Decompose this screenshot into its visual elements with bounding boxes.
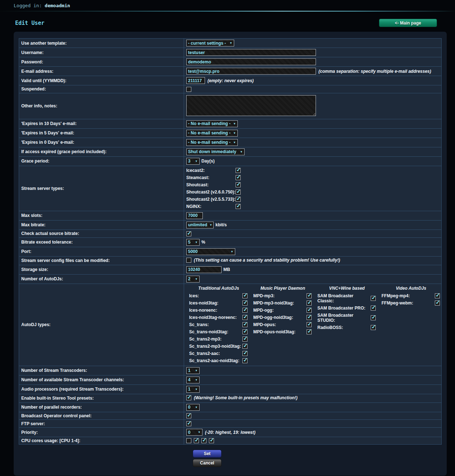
stereo-tool-note: (Warning! Some built-in presets may malf…: [194, 395, 298, 400]
email-input[interactable]: [186, 68, 316, 75]
row-suspended: Suspended:: [19, 85, 442, 93]
row-autodj-types: AutoDJ types: Traditional AutoDJs Ices: …: [19, 284, 442, 366]
priority-note: (-20: highest, 19: lowest): [205, 430, 255, 435]
notes-textarea[interactable]: [186, 95, 316, 116]
ftp-server-checkbox[interactable]: [186, 421, 191, 426]
autodj-ices-noid3tag-noreenc-checkbox[interactable]: [242, 315, 247, 320]
bitrate-tolerance-unit: %: [201, 240, 205, 245]
autodj-sctrans-checkbox[interactable]: [242, 322, 247, 327]
stream-type-shoutcast2-v26-checkbox[interactable]: [236, 190, 241, 195]
autodj-mpd-ogg-noid3tag-checkbox[interactable]: [307, 315, 312, 320]
row-max-bitrate: Max bitrate: unlimited▼kbit/s: [19, 220, 442, 230]
password-input[interactable]: [186, 58, 316, 65]
autodj-sctrans2-mp3-checkbox[interactable]: [242, 337, 247, 342]
stream-type-label: NGINX:: [186, 204, 236, 209]
row-username: Username:: [19, 48, 442, 57]
chevron-down-icon: ▼: [231, 250, 233, 253]
bitrate-tolerance-select[interactable]: 5▼: [186, 239, 200, 246]
username-label: Username:: [19, 48, 184, 57]
autodj-sam-pro-checkbox[interactable]: [371, 306, 376, 311]
chevron-down-icon: ▼: [240, 150, 243, 154]
stream-type-icecast2-checkbox[interactable]: [236, 168, 241, 173]
max-bitrate-select[interactable]: unlimited▼: [186, 222, 214, 228]
row-ftp-server: FTP server:: [19, 420, 442, 428]
cpu-core-4-checkbox[interactable]: [209, 438, 214, 443]
autodj-mpd-opus-noid3tag-checkbox[interactable]: [307, 329, 312, 334]
ftp-server-label: FTP server:: [19, 420, 184, 428]
stream-type-steamcast-checkbox[interactable]: [236, 175, 241, 180]
autodj-sam-studio-checkbox[interactable]: [371, 315, 376, 320]
autodj-group-header: Music Player Daemon: [253, 286, 312, 291]
row-bitrate-tolerance: Bitrate exceed tolerance: 5▼%: [19, 237, 442, 247]
expires-0-label: 'Expires in 0 Days' e-mail:: [19, 138, 184, 147]
row-expires-0: 'Expires in 0 Days' e-mail: - No e-mail …: [19, 138, 442, 147]
transcoder-channels-select[interactable]: 4▼: [186, 377, 200, 383]
autodj-group-vnc-wine: VNC+Wine based SAM Broadcaster Classic: …: [317, 286, 376, 330]
stream-type-shoutcast-checkbox[interactable]: [236, 182, 241, 187]
template-select[interactable]: - current settings -▼: [186, 40, 234, 46]
set-button[interactable]: Set: [193, 450, 222, 458]
stereo-tool-label: Enable built-in Stereo Tool presets:: [19, 394, 184, 402]
storage-size-unit: MB: [223, 267, 230, 272]
autodj-sctrans2-aac-checkbox[interactable]: [242, 351, 247, 356]
autodj-sam-classic-checkbox[interactable]: [371, 296, 376, 301]
chevron-down-icon: ▼: [195, 406, 198, 409]
autodj-label: MPD-opus-noid3tag:: [253, 329, 307, 334]
autodj-label: MPD-ogg:: [253, 308, 307, 313]
row-config-modifiable: Stream server config files can be modifi…: [19, 256, 442, 265]
autodj-mpd-opus-checkbox[interactable]: [307, 322, 312, 327]
main-page-button[interactable]: <- Main page: [379, 19, 437, 27]
autodj-count-select[interactable]: 2▼: [186, 276, 200, 283]
storage-size-input[interactable]: [186, 266, 222, 273]
autodj-sctrans2-mp3-noid3tag-checkbox[interactable]: [242, 344, 247, 349]
cpu-core-1-checkbox[interactable]: [186, 438, 191, 443]
stream-type-shoutcast2-v25-checkbox[interactable]: [236, 197, 241, 202]
expires-0-select[interactable]: - No e-mail sending -▼: [186, 139, 238, 146]
username-input[interactable]: [186, 49, 316, 56]
port-select[interactable]: 5000▼: [186, 248, 235, 255]
stream-type-nginx-checkbox[interactable]: [236, 204, 241, 209]
cancel-button[interactable]: Cancel: [193, 459, 222, 467]
stereo-tool-checkbox[interactable]: [186, 395, 191, 400]
autodj-sctrans2-aac-noid3tag-checkbox[interactable]: [242, 358, 247, 363]
autodj-mpd-ogg-checkbox[interactable]: [307, 308, 312, 313]
check-source-bitrate-checkbox[interactable]: [186, 231, 191, 236]
max-slots-label: Max slots:: [19, 211, 184, 220]
cpu-core-3-checkbox[interactable]: [201, 438, 206, 443]
autodj-ices-noreenc-checkbox[interactable]: [242, 308, 247, 313]
expires-10-select[interactable]: - No e-mail sending -▼: [186, 120, 238, 127]
row-stream-server-types: Stream server types: Icecast2: Steamcast…: [19, 166, 442, 211]
autodj-ices-noid3tag-checkbox[interactable]: [242, 301, 247, 306]
autodj-ices-checkbox[interactable]: [242, 293, 247, 298]
row-storage-size: Storage size: MB: [19, 265, 442, 274]
suspended-checkbox[interactable]: [186, 87, 191, 92]
parallel-recorders-select[interactable]: 0▼: [186, 404, 200, 411]
valid-until-input[interactable]: [186, 77, 205, 84]
parallel-recorders-label: Number of parallel recorders:: [19, 402, 184, 412]
autodj-mpd-mp3-noid3tag-checkbox[interactable]: [307, 301, 312, 306]
chevron-down-icon: ▼: [209, 223, 212, 227]
row-access-expired: If access expired (grace period included…: [19, 147, 442, 156]
audio-processors-select[interactable]: 1▼: [186, 386, 200, 393]
autodj-mpd-mp3-checkbox[interactable]: [307, 293, 312, 298]
stream-transcoders-select[interactable]: 1▼: [186, 367, 200, 374]
row-port: Port: 5000▼: [19, 247, 442, 256]
autodj-radioboss-checkbox[interactable]: [371, 325, 376, 330]
expires-5-select[interactable]: - No e-mail sending -▼: [186, 130, 238, 137]
priority-select[interactable]: 0▼: [186, 429, 202, 436]
cpu-core-2-checkbox[interactable]: [194, 438, 199, 443]
chevron-down-icon: ▼: [233, 141, 236, 144]
autodj-sctrans-noid3tag-checkbox[interactable]: [242, 329, 247, 334]
access-expired-select[interactable]: Shut down immediately▼: [186, 148, 245, 155]
row-valid-until: Valid until (YYMMDD): (empty: never expi…: [19, 76, 442, 85]
autodj-ffmpeg-mp4-checkbox[interactable]: [435, 293, 440, 298]
broadcast-op-panel-checkbox[interactable]: [186, 413, 191, 418]
autodj-label: MPD-mp3-noid3tag:: [253, 301, 307, 306]
grace-period-select[interactable]: 3▼: [186, 158, 200, 165]
config-modifiable-label: Stream server config files can be modifi…: [19, 256, 184, 265]
autodj-label: SAM Broadcaster PRO:: [317, 306, 371, 311]
max-slots-input[interactable]: [186, 212, 203, 219]
config-modifiable-checkbox[interactable]: [186, 258, 191, 263]
check-source-bitrate-label: Check actual source bitrate:: [19, 230, 184, 237]
autodj-ffmpeg-webm-checkbox[interactable]: [435, 301, 440, 306]
